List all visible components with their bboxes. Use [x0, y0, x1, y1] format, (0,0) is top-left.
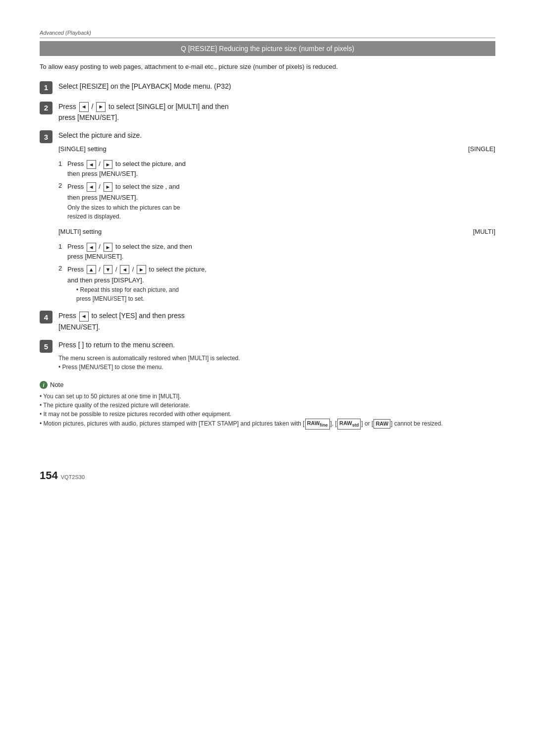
note-title: Note	[40, 379, 495, 390]
page-footer: 154 VQT2S30	[40, 469, 495, 482]
step-4-content: Press ◄ to select [YES] and then press […	[58, 310, 185, 332]
page-code: VQT2S30	[61, 474, 85, 480]
multi-left: [MULTI] setting 1 Press ◄ / ► to select …	[58, 227, 436, 307]
multi-substep-1-text: Press ◄ / ► to select the size, and then…	[67, 242, 192, 261]
single-substep-2: 2 Press ◄ / ► to select the size , andth…	[58, 181, 436, 221]
note-section: Note • You can set up to 50 pictures at …	[40, 379, 495, 430]
step-5-subnote-2: • Press [MENU/SET] to close the menu.	[58, 363, 240, 372]
step-3-number: 3	[40, 130, 53, 143]
breadcrumb: Advanced (Playback)	[40, 30, 495, 38]
multi-right-label: [MULTI]	[436, 227, 495, 307]
intro-text: To allow easy posting to web pages, atta…	[40, 62, 495, 72]
step-3-main: Select the picture and size.	[58, 131, 142, 139]
multi-substep-2-num: 2	[58, 264, 67, 304]
step-1-number: 1	[40, 81, 53, 94]
step-1-content: Select [RESIZE] on the [PLAYBACK] Mode m…	[58, 81, 231, 92]
step-4-number: 4	[40, 311, 53, 324]
step-5-content: Press [ ] to return to the menu screen. …	[58, 339, 240, 371]
single-substep-2-num: 2	[58, 181, 67, 221]
page-number: 154	[40, 469, 58, 482]
single-substep-2-note: Only the sizes to which the pictures can…	[67, 203, 180, 221]
step-1: 1 Select [RESIZE] on the [PLAYBACK] Mode…	[40, 81, 495, 94]
step-2-content: Press ◄ / ► to select [SINGLE] or [MULTI…	[58, 101, 229, 123]
single-substep-1: 1 Press ◄ / ► to select the picture, and…	[58, 159, 436, 178]
single-setting-block: [SINGLE] setting 1 Press ◄ / ► to select…	[58, 144, 495, 224]
step-5-subnote-1: The menu screen is automatically restore…	[58, 354, 240, 363]
multi-substep-2-content: Press ▲ / ▼ / ◄ / ► to select the pictur…	[67, 264, 207, 304]
multi-substep-1: 1 Press ◄ / ► to select the size, and th…	[58, 242, 436, 261]
step-2-line1: Press ◄ / ► to select [SINGLE] or [MULTI…	[58, 103, 229, 110]
step-5-line1: Press [ ] to return to the menu screen.	[58, 341, 175, 349]
single-substep-1-text: Press ◄ / ► to select the picture, andth…	[67, 159, 186, 178]
multi-substep-2-note: • Repeat this step for each picture, and…	[67, 285, 207, 303]
note-item-1: • You can set up to 50 pictures at one t…	[40, 392, 495, 401]
step-2-line2: press [MENU/SET].	[58, 112, 229, 123]
multi-substep-1-num: 1	[58, 242, 67, 261]
step-5: 5 Press [ ] to return to the menu screen…	[40, 339, 495, 371]
multi-substeps: 1 Press ◄ / ► to select the size, and th…	[58, 242, 436, 303]
step-2-number: 2	[40, 102, 53, 114]
note-item-4: • Motion pictures, pictures with audio, …	[40, 419, 495, 430]
step-4: 4 Press ◄ to select [YES] and then press…	[40, 310, 495, 332]
note-icon	[40, 381, 48, 389]
multi-substep-2: 2 Press ▲ / ▼ / ◄ / ► to select the pict…	[58, 264, 436, 304]
multi-label: [MULTI] setting	[58, 227, 436, 237]
single-substeps: 1 Press ◄ / ► to select the picture, and…	[58, 159, 436, 220]
note-title-text: Note	[50, 379, 63, 390]
section-title: Q [RESIZE] Reducing the picture size (nu…	[40, 41, 495, 56]
note-item-3: • It may not be possible to resize pictu…	[40, 410, 495, 419]
single-left: [SINGLE] setting 1 Press ◄ / ► to select…	[58, 144, 436, 224]
single-substep-2-text: Press ◄ / ► to select the size , andthen…	[67, 183, 179, 201]
step-3-content: Select the picture and size. [SINGLE] se…	[58, 130, 495, 308]
single-right-label: [SINGLE]	[436, 144, 495, 224]
step-4-line1: Press ◄ to select [YES] and then press	[58, 312, 185, 320]
step-4-line2: [MENU/SET].	[58, 322, 185, 332]
single-substep-2-content: Press ◄ / ► to select the size , andthen…	[67, 181, 180, 221]
multi-setting-block: [MULTI] setting 1 Press ◄ / ► to select …	[58, 227, 495, 307]
single-substep-1-num: 1	[58, 159, 67, 178]
note-item-2: • The picture quality of the resized pic…	[40, 401, 495, 410]
step-3: 3 Select the picture and size. [SINGLE] …	[40, 130, 495, 308]
step-2: 2 Press ◄ / ► to select [SINGLE] or [MUL…	[40, 101, 495, 123]
single-label: [SINGLE] setting	[58, 144, 436, 155]
multi-substep-2-text: Press ▲ / ▼ / ◄ / ► to select the pictur…	[67, 266, 207, 284]
step-5-number: 5	[40, 340, 53, 353]
step-5-subnotes: The menu screen is automatically restore…	[58, 354, 240, 372]
